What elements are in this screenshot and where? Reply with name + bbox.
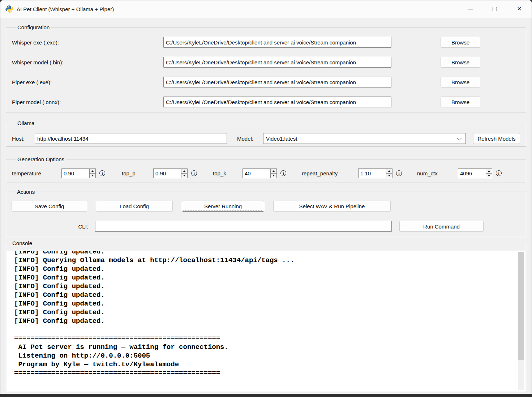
- spin-up-button[interactable]: [181, 169, 187, 174]
- cli-input[interactable]: [95, 221, 392, 232]
- temperature-spin-buttons: [89, 169, 95, 178]
- arrow-down-icon: [183, 175, 185, 176]
- generation-options-legend: Generation Options: [16, 156, 66, 162]
- console-scrollbar[interactable]: [518, 252, 524, 390]
- temperature-value: 0.90: [62, 169, 89, 178]
- whisper-model-label: Whisper model (.bin):: [12, 59, 163, 65]
- num-ctx-spinbox[interactable]: 4096: [458, 168, 492, 178]
- num-ctx-info-icon[interactable]: i: [496, 170, 502, 176]
- ollama-row: Host: Model: Video1:latest Refresh Model…: [12, 133, 520, 144]
- ollama-section: Ollama Host: Model: Video1:latest Refres…: [6, 120, 526, 147]
- model-label: Model:: [237, 136, 263, 142]
- close-button[interactable]: ✕: [507, 0, 532, 18]
- ollama-legend: Ollama: [16, 120, 37, 126]
- window-title: AI Pet Client (Whisper + Ollama + Piper): [17, 6, 114, 12]
- whisper-model-path-input[interactable]: [163, 57, 391, 68]
- temperature-spinbox[interactable]: 0.90: [61, 168, 96, 178]
- spin-down-button[interactable]: [271, 174, 276, 178]
- arrow-up-icon: [488, 170, 490, 172]
- top-p-info-icon[interactable]: i: [191, 170, 197, 176]
- piper-model-path-input[interactable]: [163, 97, 391, 107]
- repeat-penalty-value: 1.10: [359, 169, 386, 178]
- spin-down-button[interactable]: [386, 174, 392, 178]
- console-legend: Console: [10, 240, 34, 246]
- load-config-button[interactable]: Load Config: [96, 201, 173, 212]
- titlebar: AI Pet Client (Whisper + Ollama + Piper)…: [0, 0, 532, 18]
- whisper-exe-label: Whisper exe (.exe):: [12, 39, 163, 46]
- console-output-area[interactable]: [INFO] Config updated. [INFO] Querying O…: [7, 251, 525, 391]
- refresh-models-button[interactable]: Refresh Models: [473, 133, 520, 144]
- cli-row: CLI: Run Command: [12, 221, 520, 232]
- whisper-exe-row: Whisper exe (.exe): Browse: [12, 37, 520, 48]
- top-k-spinbox[interactable]: 40: [243, 168, 277, 178]
- host-input[interactable]: [35, 133, 227, 144]
- piper-exe-label: Piper exe (.exe):: [12, 79, 163, 85]
- python-logo-icon: [5, 5, 13, 13]
- configuration-section: Configuration Whisper exe (.exe): Browse…: [6, 24, 526, 112]
- arrow-up-icon: [91, 170, 94, 172]
- console-text: [INFO] Config updated. [INFO] Querying O…: [7, 251, 525, 377]
- arrow-down-icon: [273, 175, 275, 176]
- minimize-button[interactable]: [458, 0, 482, 18]
- cli-label: CLI:: [12, 223, 88, 230]
- spin-down-button[interactable]: [486, 174, 492, 178]
- whisper-exe-path-input[interactable]: [163, 37, 391, 48]
- repeat-penalty-label: repeat_penalty: [302, 170, 358, 176]
- whisper-model-row: Whisper model (.bin): Browse: [12, 57, 520, 68]
- repeat-penalty-info-icon[interactable]: i: [396, 170, 402, 176]
- console-section: Console [INFO] Config updated. [INFO] Qu…: [6, 240, 526, 393]
- arrow-up-icon: [183, 170, 185, 172]
- repeat-penalty-spinbox[interactable]: 1.10: [358, 168, 392, 178]
- window-controls: ✕: [458, 0, 532, 18]
- save-config-button[interactable]: Save Config: [12, 201, 87, 212]
- maximize-icon: [493, 7, 497, 11]
- piper-exe-row: Piper exe (.exe): Browse: [12, 77, 520, 87]
- piper-model-row: Piper model (.onnx): Browse: [12, 97, 520, 107]
- whisper-model-browse-button[interactable]: Browse: [441, 57, 480, 68]
- top-p-spinbox[interactable]: 0.90: [153, 168, 188, 178]
- generation-row: temperature 0.90 i top_p 0.90 i top_k: [12, 168, 520, 179]
- select-wav-run-pipeline-button[interactable]: Select WAV & Run Pipeline: [273, 201, 391, 212]
- spin-up-button[interactable]: [486, 169, 492, 174]
- arrow-up-icon: [273, 170, 275, 172]
- num-ctx-value: 4096: [458, 169, 486, 178]
- top-p-spin-buttons: [181, 169, 187, 178]
- app-window: AI Pet Client (Whisper + Ollama + Piper)…: [0, 0, 532, 394]
- arrow-up-icon: [388, 170, 390, 172]
- actions-legend: Actions: [15, 189, 37, 195]
- spin-down-button[interactable]: [90, 174, 95, 178]
- model-selected-value: Video1:latest: [266, 136, 297, 142]
- generation-options-section: Generation Options temperature 0.90 i to…: [6, 156, 526, 183]
- whisper-exe-browse-button[interactable]: Browse: [441, 37, 480, 48]
- temperature-label: temperature: [12, 170, 61, 176]
- top-k-info-icon[interactable]: i: [280, 170, 286, 176]
- piper-model-browse-button[interactable]: Browse: [441, 97, 480, 107]
- actions-section: Actions Save Config Load Config Server R…: [6, 189, 526, 237]
- spin-up-button[interactable]: [90, 169, 95, 174]
- server-running-button[interactable]: Server Running: [182, 201, 264, 212]
- piper-exe-browse-button[interactable]: Browse: [441, 77, 480, 87]
- minimize-icon: [468, 9, 473, 9]
- arrow-down-icon: [91, 175, 94, 176]
- maximize-button[interactable]: [482, 0, 507, 18]
- piper-exe-path-input[interactable]: [163, 77, 391, 87]
- top-p-label: top_p: [122, 170, 153, 176]
- temperature-info-icon[interactable]: i: [99, 170, 105, 176]
- top-k-value: 40: [243, 169, 270, 178]
- repeat-penalty-spin-buttons: [386, 169, 392, 178]
- spin-down-button[interactable]: [181, 174, 187, 178]
- top-p-value: 0.90: [154, 169, 181, 178]
- spin-up-button[interactable]: [386, 169, 392, 174]
- num-ctx-spin-buttons: [486, 169, 492, 178]
- piper-model-label: Piper model (.onnx):: [12, 99, 163, 105]
- spin-up-button[interactable]: [271, 169, 276, 174]
- arrow-down-icon: [388, 175, 390, 176]
- model-combobox[interactable]: Video1:latest: [263, 133, 466, 144]
- configuration-legend: Configuration: [16, 24, 51, 30]
- console-scrollbar-thumb[interactable]: [518, 252, 524, 360]
- run-command-button[interactable]: Run Command: [399, 221, 484, 232]
- num-ctx-label: num_ctx: [417, 170, 458, 176]
- host-label: Host:: [12, 136, 35, 142]
- close-icon: ✕: [517, 6, 522, 12]
- actions-buttons-row: Save Config Load Config Server Running S…: [12, 201, 520, 212]
